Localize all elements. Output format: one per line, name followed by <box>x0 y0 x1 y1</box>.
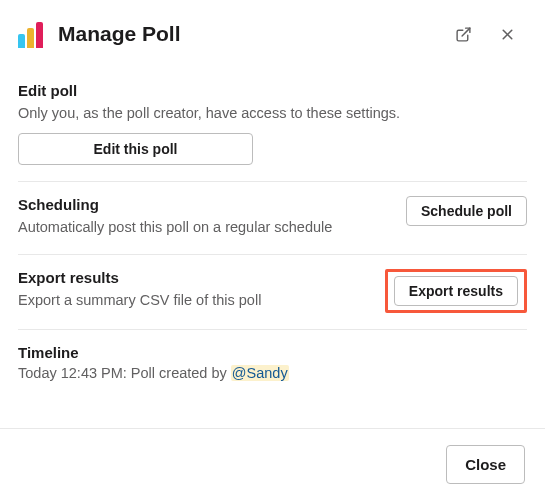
export-title: Export results <box>18 269 375 286</box>
edit-poll-desc: Only you, as the poll creator, have acce… <box>18 103 527 123</box>
poll-app-icon <box>18 20 46 48</box>
timeline-entry: Today 12:43 PM: Poll created by @Sandy <box>18 365 527 381</box>
close-button[interactable]: Close <box>446 445 525 484</box>
export-results-button[interactable]: Export results <box>394 276 518 306</box>
edit-poll-section: Edit poll Only you, as the poll creator,… <box>18 68 527 181</box>
scheduling-desc: Automatically post this poll on a regula… <box>18 217 396 237</box>
modal-title: Manage Poll <box>58 22 435 46</box>
external-link-icon <box>455 26 472 43</box>
svg-line-0 <box>462 28 470 36</box>
edit-poll-title: Edit poll <box>18 82 527 99</box>
export-section: Export results Export a summary CSV file… <box>18 254 527 329</box>
edit-this-poll-button[interactable]: Edit this poll <box>18 133 253 165</box>
schedule-poll-button[interactable]: Schedule poll <box>406 196 527 226</box>
export-highlight-frame: Export results <box>385 269 527 313</box>
modal-header: Manage Poll <box>0 0 545 68</box>
open-external-button[interactable] <box>447 18 479 50</box>
timeline-entry-text: Today 12:43 PM: Poll created by <box>18 365 231 381</box>
timeline-title: Timeline <box>18 344 527 361</box>
scheduling-title: Scheduling <box>18 196 396 213</box>
close-icon <box>499 26 516 43</box>
user-mention[interactable]: @Sandy <box>231 365 289 381</box>
modal-footer: Close <box>0 428 545 500</box>
manage-poll-modal: Manage Poll Edit poll Only you, as the p… <box>0 0 545 397</box>
export-desc: Export a summary CSV file of this poll <box>18 290 375 310</box>
scheduling-section: Scheduling Automatically post this poll … <box>18 181 527 253</box>
timeline-section: Timeline Today 12:43 PM: Poll created by… <box>18 329 527 397</box>
modal-content: Edit poll Only you, as the poll creator,… <box>0 68 545 397</box>
close-modal-button[interactable] <box>491 18 523 50</box>
